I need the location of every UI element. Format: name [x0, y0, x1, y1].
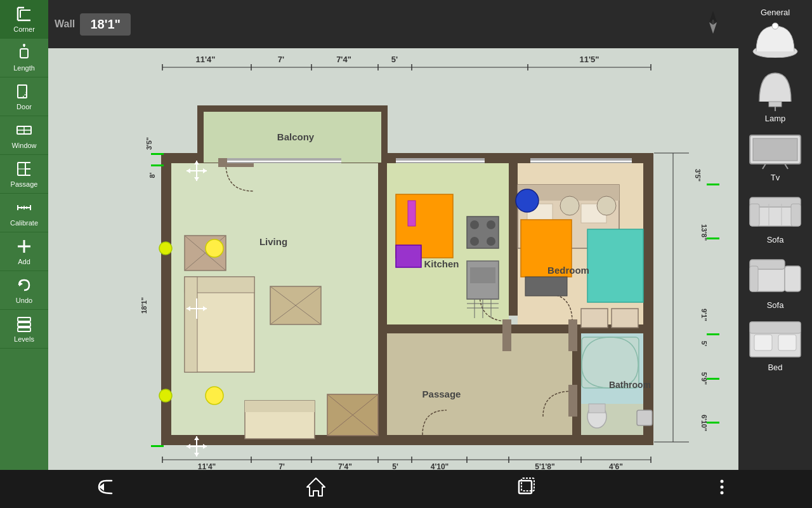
tool-passage[interactable]: Passage — [0, 155, 48, 194]
svg-point-110 — [560, 196, 579, 215]
svg-text:18'1": 18'1" — [140, 297, 148, 314]
recent-icon — [515, 476, 538, 498]
svg-rect-6 — [18, 85, 27, 98]
general-label: General — [761, 8, 790, 17]
tool-length[interactable]: Length — [0, 39, 48, 77]
svg-rect-73 — [530, 161, 632, 162]
svg-rect-120 — [589, 404, 605, 413]
svg-text:7': 7' — [278, 462, 285, 470]
svg-point-187 — [772, 23, 778, 29]
general-icon — [750, 20, 801, 58]
tool-levels[interactable]: Levels — [0, 310, 48, 349]
lamp-label: Lamp — [765, 114, 786, 123]
right-item-tv[interactable]: Tv — [741, 130, 809, 185]
svg-rect-179 — [707, 237, 719, 239]
svg-rect-52 — [378, 324, 518, 333]
tool-calibrate[interactable]: Calibrate — [0, 194, 48, 232]
home-icon — [304, 476, 327, 498]
svg-rect-48 — [643, 153, 653, 445]
sofa2-icon — [747, 253, 804, 298]
svg-rect-115 — [587, 229, 643, 302]
add-icon — [15, 237, 33, 255]
svg-rect-203 — [750, 266, 758, 291]
svg-rect-50 — [378, 163, 387, 328]
svg-rect-206 — [754, 335, 772, 351]
sofa1-label: Sofa — [767, 235, 784, 244]
svg-text:5'1'8": 5'1'8" — [535, 462, 554, 470]
svg-text:9'1": 9'1" — [700, 309, 708, 321]
bed-label: Bed — [768, 363, 782, 372]
levels-icon — [15, 315, 33, 333]
tool-undo[interactable]: Undo — [0, 271, 48, 310]
more-button[interactable] — [700, 473, 743, 505]
corner-icon — [15, 5, 33, 23]
canvas-area[interactable]: 11'4" 7' 7'4" 5' 11'5" — [48, 48, 738, 470]
left-toolbar: Corner Length Door Window Pas — [0, 0, 48, 470]
svg-text:8': 8' — [148, 172, 156, 178]
svg-point-94 — [487, 220, 495, 229]
wall-label: Wall — [55, 18, 75, 30]
corner-label: Corner — [13, 25, 35, 33]
undo-label: Undo — [16, 297, 32, 304]
back-button[interactable] — [69, 471, 142, 508]
tool-window[interactable]: Window — [0, 116, 48, 155]
length-icon — [15, 44, 33, 62]
svg-point-93 — [470, 220, 479, 229]
svg-point-96 — [487, 237, 495, 246]
svg-rect-26 — [18, 328, 30, 331]
svg-rect-67 — [502, 319, 511, 351]
svg-rect-191 — [753, 138, 797, 161]
svg-rect-118 — [637, 410, 652, 425]
svg-rect-69 — [568, 385, 577, 417]
svg-text:5': 5' — [700, 341, 708, 347]
door-icon — [15, 83, 33, 100]
sofa1-icon — [747, 191, 804, 232]
svg-text:11'4": 11'4" — [198, 462, 216, 470]
svg-rect-197 — [791, 204, 801, 226]
svg-text:Kitchen: Kitchen — [424, 258, 459, 269]
svg-rect-202 — [785, 266, 801, 291]
svg-text:7': 7' — [278, 55, 284, 64]
svg-text:5': 5' — [392, 462, 398, 470]
svg-rect-184 — [151, 164, 164, 166]
recent-button[interactable] — [490, 471, 563, 508]
svg-rect-71 — [227, 161, 341, 162]
svg-rect-75 — [396, 161, 485, 162]
svg-point-177 — [159, 389, 172, 402]
tool-add[interactable]: Add — [0, 232, 48, 271]
top-bar: Wall 18'1" — [48, 0, 738, 48]
svg-rect-180 — [707, 333, 719, 335]
right-item-lamp[interactable]: Lamp — [741, 64, 809, 126]
more-icon — [713, 478, 731, 496]
svg-text:5': 5' — [391, 55, 398, 64]
svg-point-88 — [206, 387, 223, 404]
svg-point-95 — [470, 237, 479, 246]
right-item-general[interactable]: General — [741, 5, 809, 60]
tool-corner[interactable]: Corner — [0, 0, 48, 39]
svg-rect-25 — [18, 323, 30, 326]
svg-point-212 — [721, 480, 724, 483]
svg-rect-51 — [509, 163, 518, 316]
tv-label: Tv — [771, 173, 780, 182]
svg-line-193 — [785, 164, 788, 169]
right-item-bed[interactable]: Bed — [741, 316, 809, 375]
right-item-sofa2[interactable]: Sofa — [741, 251, 809, 312]
window-icon — [15, 121, 33, 139]
svg-text:4'10": 4'10" — [431, 462, 449, 470]
svg-rect-4 — [20, 49, 28, 58]
svg-rect-116 — [612, 309, 638, 328]
right-item-sofa1[interactable]: Sofa — [741, 189, 809, 247]
wall-value: 18'1" — [80, 13, 131, 36]
levels-label: Levels — [14, 335, 34, 343]
tool-door[interactable]: Door — [0, 77, 48, 116]
svg-point-213 — [721, 486, 724, 489]
passage-icon — [15, 160, 33, 178]
svg-text:11'5": 11'5" — [580, 55, 599, 64]
undo-icon — [15, 276, 33, 294]
svg-rect-196 — [750, 204, 759, 226]
svg-rect-181 — [707, 378, 719, 380]
door-label: Door — [16, 103, 32, 110]
svg-rect-98 — [470, 267, 495, 283]
svg-marker-23 — [19, 281, 23, 286]
home-button[interactable] — [279, 471, 353, 508]
